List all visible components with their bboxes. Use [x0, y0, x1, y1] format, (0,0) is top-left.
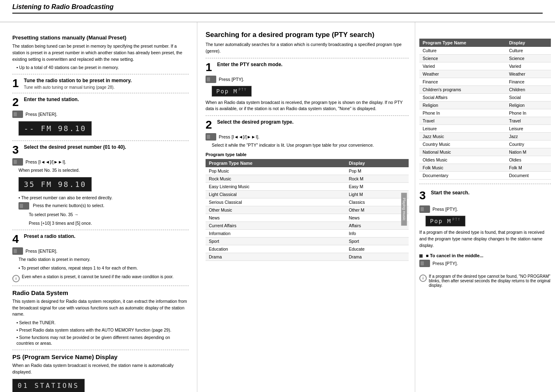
- section1-body: The station being tuned can be preset in…: [12, 43, 189, 62]
- table-cell-name: Easy Listening Music: [206, 182, 345, 190]
- right-step3-press-text: Press [PTY].: [432, 207, 458, 212]
- page-title: Listening to Radio Broadcasting: [12, 3, 543, 14]
- step3-sub2: Press the numeric button(s) to select.: [18, 202, 189, 210]
- table-cell-display: Light M: [345, 190, 409, 198]
- right-divider1: [206, 58, 409, 58]
- step3-title: Select the desired preset number (01 to …: [24, 144, 189, 151]
- list-item: ReligionReligion: [419, 101, 551, 109]
- list-item: Country MusicCountry: [419, 141, 551, 148]
- step4-bullet: To preset other stations, repeat steps 1…: [18, 265, 189, 271]
- far-cell-name: Country Music: [419, 141, 506, 148]
- list-item: Social AffairsSocial: [419, 94, 551, 101]
- divider5: [12, 286, 189, 286]
- search-body: The tuner automatically searches for a s…: [206, 42, 409, 55]
- table-row: Serious ClassicalClassics: [206, 198, 409, 206]
- step4-content: Preset a radio station.: [24, 233, 189, 240]
- right-step2-number: 2: [206, 119, 214, 131]
- section2-bullet1: Select the TUNER.: [16, 320, 189, 326]
- table-cell-name: Information: [206, 229, 345, 237]
- far-table-header-display: Display: [506, 39, 551, 47]
- right-step1-number: 1: [206, 62, 214, 73]
- divider2: [12, 93, 189, 93]
- divider3: [12, 141, 189, 141]
- table-cell-name: Current Affairs: [206, 221, 345, 229]
- far-cell-name: Documentary: [419, 172, 506, 180]
- far-cell-name: Jazz Music: [419, 133, 506, 141]
- section3-title: PS (Program Service Name) Display: [12, 353, 189, 360]
- step4-number: 4: [12, 233, 21, 245]
- far-cell-name: Religion: [419, 101, 506, 109]
- step1-number: 1: [12, 78, 21, 89]
- far-cell-name: Varied: [419, 62, 506, 70]
- right-step1-content: Enter the PTY search mode.: [217, 62, 409, 68]
- list-item: DocumentaryDocument: [419, 172, 551, 180]
- sidebar-tab: Playing music: [401, 193, 407, 226]
- right-step3-display: Pop MPTY: [426, 216, 465, 226]
- cancel-square-bullet: [419, 254, 423, 258]
- right-step2-press-text: Press [I◄◄]/[►►I].: [219, 134, 259, 139]
- step3-press-line: Press [I◄◄]/[►►I].: [12, 158, 189, 166]
- far-cell-name: Culture: [419, 47, 506, 55]
- step1-content: Tune the radio station to be preset in m…: [24, 78, 189, 90]
- step3-display: 35 FM 98.10: [18, 177, 92, 191]
- far-cell-display: Children: [506, 86, 551, 94]
- step2-press-text: Press [ENTER].: [25, 112, 58, 117]
- program-table-title: Program type table: [206, 152, 409, 157]
- far-cell-name: Travel: [419, 117, 506, 125]
- section1-title: Presetting stations manually (Manual Pre…: [12, 35, 189, 41]
- right-step2-content: Select the desired program type.: [217, 119, 409, 126]
- right-step1-display: Pop MPTY: [212, 86, 252, 97]
- right-step3-content: Start the search.: [431, 190, 551, 196]
- device-icon-right-s1: [206, 76, 216, 83]
- table-cell-display: News: [345, 214, 409, 221]
- table-cell-display: Educate: [345, 245, 409, 253]
- section3-body: When an Radio data system broadcast is r…: [12, 362, 189, 376]
- step3-sub: When preset No. 35 is selected.: [18, 167, 189, 174]
- step4-title: Preset a radio station.: [24, 233, 189, 240]
- table-cell-display: Other M: [345, 206, 409, 214]
- right-step3-press-line: Press [PTY].: [419, 205, 551, 213]
- list-item: CultureCulture: [419, 47, 551, 55]
- table-row: Current AffairsAffairs: [206, 221, 409, 229]
- right-step3-title: Start the search.: [431, 190, 551, 196]
- far-cell-name: Social Affairs: [419, 94, 506, 101]
- device-icon-right-s2: [206, 133, 216, 141]
- far-cell-display: Nation M: [506, 148, 551, 156]
- table-cell-display: Pop M: [345, 167, 409, 175]
- table-cell-name: Sport: [206, 237, 345, 245]
- right-step1-press-text: Press [PTY].: [219, 77, 244, 82]
- list-item: Oldies MusicOldies: [419, 156, 551, 164]
- list-item: VariedVaried: [419, 62, 551, 70]
- device-icon-step3b: [18, 202, 29, 210]
- far-cell-display: Folk M: [506, 164, 551, 172]
- search-title: Searching for a desired program type (PT…: [206, 30, 409, 39]
- far-cell-display: Varied: [506, 62, 551, 70]
- far-cell-display: Weather: [506, 70, 551, 78]
- list-item: Jazz MusicJazz: [419, 133, 551, 141]
- step3-content: Select the desired preset number (01 to …: [24, 144, 189, 151]
- cancel-press-text: Press [PTY].: [432, 261, 458, 266]
- table-row: SportSport: [206, 237, 409, 245]
- device-icon-step4: [12, 247, 23, 255]
- far-cell-display: Social: [506, 94, 551, 101]
- table-row: Pop MusicPop M: [206, 167, 409, 175]
- pty-badge1: PTY: [238, 88, 247, 92]
- list-item: Folk MusicFolk M: [419, 164, 551, 172]
- step3-number: 3: [12, 144, 21, 156]
- table-cell-name: Education: [206, 245, 345, 253]
- device-icon-step3: [12, 158, 23, 166]
- step3-bullet1: The preset number can also be entered di…: [18, 195, 189, 201]
- section3-display: 01 STATIONS: [12, 379, 85, 392]
- table-row: InformationInfo: [206, 229, 409, 237]
- right-step2-title: Select the desired program type.: [217, 119, 409, 126]
- note-text-right: If a program of the desired type cannot …: [429, 274, 551, 288]
- table-cell-name: Rock Music: [206, 175, 345, 182]
- far-cell-display: Oldies: [506, 156, 551, 164]
- table-cell-name: Serious Classical: [206, 198, 345, 206]
- device-icon-right-s3: [419, 205, 430, 213]
- step3-sub3: To select preset No. 35 →: [29, 212, 189, 218]
- note-icon-right: i: [419, 274, 427, 282]
- right-step1-note: When an Radio data system broadcast is r…: [206, 99, 409, 113]
- far-cell-display: Science: [506, 55, 551, 62]
- list-item: TravelTravel: [419, 117, 551, 125]
